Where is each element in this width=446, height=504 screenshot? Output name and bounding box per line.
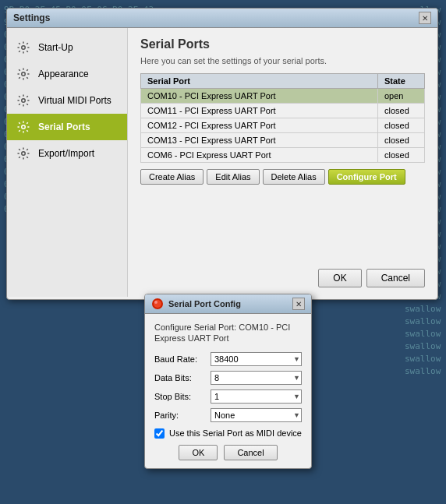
col-header-state: State — [378, 74, 425, 89]
stop-bits-label: Stop Bits: — [154, 392, 207, 401]
port-cell: COM6 - PCI Express UART Port — [141, 148, 378, 163]
midi-checkbox[interactable] — [154, 428, 165, 439]
virtual-midi-label: Virtual MIDI Ports — [38, 95, 112, 106]
sidebar-item-virtual-midi[interactable]: Virtual MIDI Ports — [7, 87, 127, 114]
baud-rate-label: Baud Rate: — [154, 354, 207, 364]
svg-point-2 — [22, 99, 26, 103]
config-ok-button[interactable]: OK — [179, 445, 218, 460]
dialog-title-left: Serial Port Config — [151, 298, 241, 310]
config-dialog-body: Configure Serial Port: COM10 - PCI Expre… — [145, 314, 311, 468]
virtual-midi-icon — [15, 92, 32, 109]
settings-body: Start-Up Appearance Virt — [7, 28, 437, 297]
sidebar-item-appearance[interactable]: Appearance — [7, 61, 127, 87]
settings-window: Settings ✕ Start-Up — [6, 8, 438, 300]
svg-point-3 — [22, 125, 26, 129]
svg-point-1 — [22, 72, 26, 76]
ports-table: Serial Port State COM10 - PCI Express UA… — [140, 73, 425, 163]
settings-sidebar: Start-Up Appearance Virt — [7, 28, 128, 297]
startup-icon — [15, 39, 32, 56]
data-bits-label: Data Bits: — [154, 373, 207, 382]
settings-title: Settings — [13, 12, 50, 23]
state-cell: open — [378, 89, 425, 104]
parity-row: Parity: None Even Odd Mark Space ▼ — [154, 408, 302, 422]
port-cell: COM10 - PCI Express UART Port — [141, 89, 378, 104]
sidebar-item-startup[interactable]: Start-Up — [7, 34, 127, 61]
table-row[interactable]: COM11 - PCI Express UART Portclosed — [141, 104, 425, 118]
data-bits-row: Data Bits: 8 5 6 7 ▼ — [154, 371, 302, 385]
cancel-button[interactable]: Cancel — [366, 269, 425, 287]
port-cell: COM12 - PCI Express UART Port — [141, 118, 378, 133]
export-import-label: Export/Import — [38, 148, 94, 159]
serial-ports-icon — [15, 118, 32, 136]
stop-bits-select-wrapper: 1 1.5 2 ▼ — [211, 389, 302, 404]
startup-label: Start-Up — [38, 42, 73, 53]
svg-point-7 — [154, 301, 158, 304]
baud-rate-row: Baud Rate: 38400 9600 19200 57600 115200… — [154, 352, 302, 366]
midi-checkbox-label: Use this Serial Port as MIDI device — [169, 428, 302, 438]
main-content: Serial Ports Here you can set the settin… — [128, 28, 437, 297]
config-dialog-buttons: OK Cancel — [154, 445, 302, 460]
config-dialog-close-button[interactable]: ✕ — [292, 298, 305, 310]
config-dialog-subtitle: Configure Serial Port: COM10 - PCI Expre… — [154, 322, 302, 344]
config-dialog-title: Serial Port Config — [168, 299, 241, 308]
stop-bits-row: Stop Bits: 1 1.5 2 ▼ — [154, 389, 302, 404]
config-dialog-titlebar: Serial Port Config ✕ — [145, 294, 311, 314]
appearance-label: Appearance — [38, 69, 89, 79]
state-cell: closed — [378, 104, 425, 118]
table-row[interactable]: COM12 - PCI Express UART Portclosed — [141, 118, 425, 133]
ok-button[interactable]: OK — [318, 269, 361, 287]
data-bits-select-wrapper: 8 5 6 7 ▼ — [211, 371, 302, 385]
port-cell: COM11 - PCI Express UART Port — [141, 104, 378, 118]
baud-rate-select-wrapper: 38400 9600 19200 57600 115200 ▼ — [211, 352, 302, 366]
config-dialog-icon — [151, 298, 164, 310]
alias-buttons-row: Create Alias Edit Alias Delete Alias Con… — [140, 169, 425, 185]
port-cell: COM13 - PCI Express UART Port — [141, 133, 378, 148]
svg-point-6 — [154, 300, 161, 308]
page-title: Serial Ports — [140, 37, 425, 51]
table-row[interactable]: COM10 - PCI Express UART Portopen — [141, 89, 425, 104]
config-cancel-button[interactable]: Cancel — [224, 445, 277, 460]
footer-buttons: OK Cancel — [140, 263, 425, 287]
col-header-port: Serial Port — [141, 74, 378, 89]
delete-alias-button[interactable]: Delete Alias — [263, 169, 325, 185]
serial-ports-label: Serial Ports — [38, 122, 90, 132]
page-description: Here you can set the settings of your se… — [140, 56, 425, 65]
create-alias-button[interactable]: Create Alias — [140, 169, 204, 185]
parity-label: Parity: — [154, 411, 207, 420]
svg-point-4 — [22, 152, 26, 156]
settings-close-button[interactable]: ✕ — [419, 12, 431, 24]
state-cell: closed — [378, 148, 425, 163]
configure-port-button[interactable]: Configure Port — [328, 169, 405, 185]
edit-alias-button[interactable]: Edit Alias — [207, 169, 259, 185]
appearance-icon — [15, 65, 32, 83]
sidebar-item-serial-ports[interactable]: Serial Ports — [7, 114, 127, 140]
state-cell: closed — [378, 133, 425, 148]
baud-rate-select[interactable]: 38400 9600 19200 57600 115200 — [211, 352, 302, 366]
parity-select[interactable]: None Even Odd Mark Space — [211, 408, 302, 422]
midi-checkbox-row: Use this Serial Port as MIDI device — [154, 428, 302, 439]
sidebar-item-export-import[interactable]: Export/Import — [7, 140, 127, 167]
table-row[interactable]: COM13 - PCI Express UART Portclosed — [141, 133, 425, 148]
svg-point-0 — [22, 46, 26, 50]
parity-select-wrapper: None Even Odd Mark Space ▼ — [211, 408, 302, 422]
data-bits-select[interactable]: 8 5 6 7 — [211, 371, 302, 385]
table-row[interactable]: COM6 - PCI Express UART Portclosed — [141, 148, 425, 163]
export-import-icon — [15, 145, 32, 162]
config-dialog: Serial Port Config ✕ Configure Serial Po… — [144, 294, 312, 469]
stop-bits-select[interactable]: 1 1.5 2 — [211, 389, 302, 404]
state-cell: closed — [378, 118, 425, 133]
settings-titlebar: Settings ✕ — [7, 9, 437, 28]
